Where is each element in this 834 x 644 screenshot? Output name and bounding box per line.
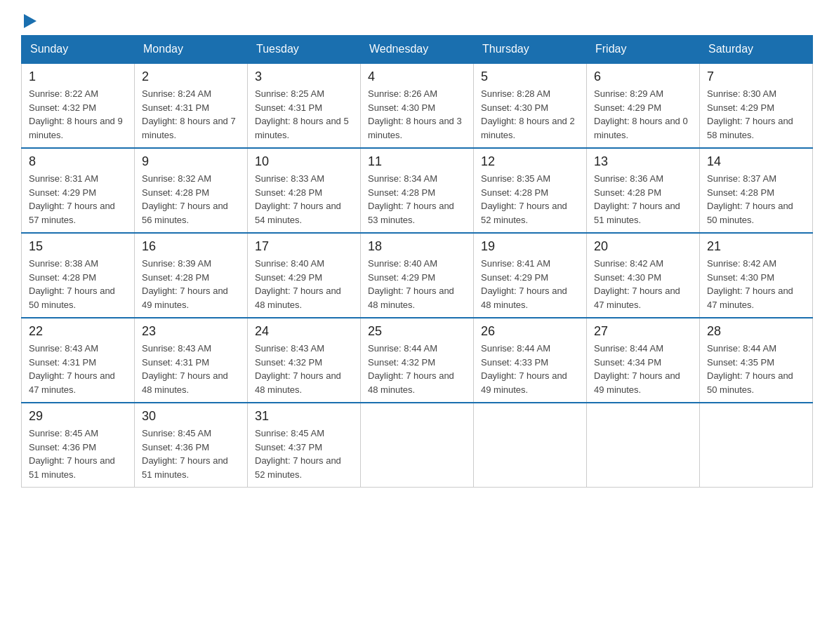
day-number: 18 — [368, 239, 466, 254]
day-info: Sunrise: 8:31 AMSunset: 4:29 PMDaylight:… — [29, 172, 127, 227]
day-info: Sunrise: 8:44 AMSunset: 4:33 PMDaylight:… — [481, 342, 579, 396]
calendar-day-cell: 23Sunrise: 8:43 AMSunset: 4:31 PMDayligh… — [135, 318, 248, 403]
day-number: 9 — [142, 154, 240, 169]
calendar-day-cell: 12Sunrise: 8:35 AMSunset: 4:28 PMDayligh… — [474, 148, 587, 233]
calendar-day-cell: 29Sunrise: 8:45 AMSunset: 4:36 PMDayligh… — [22, 403, 135, 488]
calendar-day-cell: 13Sunrise: 8:36 AMSunset: 4:28 PMDayligh… — [587, 148, 700, 233]
calendar-day-cell: 1Sunrise: 8:22 AMSunset: 4:32 PMDaylight… — [22, 63, 135, 148]
column-header-tuesday: Tuesday — [248, 36, 361, 64]
day-number: 31 — [255, 409, 353, 424]
day-number: 2 — [142, 69, 240, 84]
day-number: 12 — [481, 154, 579, 169]
day-number: 10 — [255, 154, 353, 169]
calendar-day-cell: 26Sunrise: 8:44 AMSunset: 4:33 PMDayligh… — [474, 318, 587, 403]
calendar-day-cell: 31Sunrise: 8:45 AMSunset: 4:37 PMDayligh… — [248, 403, 361, 488]
day-info: Sunrise: 8:39 AMSunset: 4:28 PMDaylight:… — [142, 257, 240, 311]
calendar-day-cell: 25Sunrise: 8:44 AMSunset: 4:32 PMDayligh… — [361, 318, 474, 403]
calendar-week-row: 1Sunrise: 8:22 AMSunset: 4:32 PMDaylight… — [22, 63, 813, 148]
calendar-day-cell: 5Sunrise: 8:28 AMSunset: 4:30 PMDaylight… — [474, 63, 587, 148]
calendar-week-row: 29Sunrise: 8:45 AMSunset: 4:36 PMDayligh… — [22, 403, 813, 488]
calendar-day-cell: 14Sunrise: 8:37 AMSunset: 4:28 PMDayligh… — [700, 148, 813, 233]
day-number: 4 — [368, 69, 466, 84]
day-info: Sunrise: 8:42 AMSunset: 4:30 PMDaylight:… — [594, 257, 692, 311]
calendar-day-cell: 7Sunrise: 8:30 AMSunset: 4:29 PMDaylight… — [700, 63, 813, 148]
day-info: Sunrise: 8:41 AMSunset: 4:29 PMDaylight:… — [481, 257, 579, 311]
day-info: Sunrise: 8:35 AMSunset: 4:28 PMDaylight:… — [481, 172, 579, 227]
day-number: 7 — [707, 69, 805, 84]
day-info: Sunrise: 8:44 AMSunset: 4:34 PMDaylight:… — [594, 342, 692, 396]
day-info: Sunrise: 8:44 AMSunset: 4:35 PMDaylight:… — [707, 342, 805, 396]
logo — [21, 14, 37, 28]
calendar-day-cell: 30Sunrise: 8:45 AMSunset: 4:36 PMDayligh… — [135, 403, 248, 488]
day-number: 1 — [29, 69, 127, 84]
calendar-day-cell: 28Sunrise: 8:44 AMSunset: 4:35 PMDayligh… — [700, 318, 813, 403]
calendar-day-cell: 17Sunrise: 8:40 AMSunset: 4:29 PMDayligh… — [248, 233, 361, 318]
column-header-friday: Friday — [587, 36, 700, 64]
calendar-day-cell — [700, 403, 813, 488]
day-info: Sunrise: 8:43 AMSunset: 4:31 PMDaylight:… — [29, 342, 127, 396]
day-info: Sunrise: 8:44 AMSunset: 4:32 PMDaylight:… — [368, 342, 466, 396]
day-number: 30 — [142, 409, 240, 424]
calendar-day-cell: 16Sunrise: 8:39 AMSunset: 4:28 PMDayligh… — [135, 233, 248, 318]
column-header-thursday: Thursday — [474, 36, 587, 64]
day-number: 14 — [707, 154, 805, 169]
day-info: Sunrise: 8:37 AMSunset: 4:28 PMDaylight:… — [707, 172, 805, 227]
day-info: Sunrise: 8:45 AMSunset: 4:37 PMDaylight:… — [255, 427, 353, 481]
day-number: 5 — [481, 69, 579, 84]
day-number: 11 — [368, 154, 466, 169]
day-number: 15 — [29, 239, 127, 254]
day-info: Sunrise: 8:28 AMSunset: 4:30 PMDaylight:… — [481, 87, 579, 142]
calendar-day-cell: 11Sunrise: 8:34 AMSunset: 4:28 PMDayligh… — [361, 148, 474, 233]
calendar-day-cell: 21Sunrise: 8:42 AMSunset: 4:30 PMDayligh… — [700, 233, 813, 318]
day-number: 6 — [594, 69, 692, 84]
column-header-sunday: Sunday — [22, 36, 135, 64]
calendar-day-cell: 15Sunrise: 8:38 AMSunset: 4:28 PMDayligh… — [22, 233, 135, 318]
day-info: Sunrise: 8:25 AMSunset: 4:31 PMDaylight:… — [255, 87, 353, 142]
day-info: Sunrise: 8:45 AMSunset: 4:36 PMDaylight:… — [29, 427, 127, 481]
day-info: Sunrise: 8:45 AMSunset: 4:36 PMDaylight:… — [142, 427, 240, 481]
calendar-day-cell — [361, 403, 474, 488]
calendar-week-row: 15Sunrise: 8:38 AMSunset: 4:28 PMDayligh… — [22, 233, 813, 318]
day-number: 22 — [29, 324, 127, 339]
page-header — [21, 14, 813, 28]
calendar-week-row: 22Sunrise: 8:43 AMSunset: 4:31 PMDayligh… — [22, 318, 813, 403]
day-number: 13 — [594, 154, 692, 169]
calendar-day-cell: 2Sunrise: 8:24 AMSunset: 4:31 PMDaylight… — [135, 63, 248, 148]
calendar-day-cell: 8Sunrise: 8:31 AMSunset: 4:29 PMDaylight… — [22, 148, 135, 233]
day-number: 27 — [594, 324, 692, 339]
calendar-day-cell — [474, 403, 587, 488]
day-info: Sunrise: 8:34 AMSunset: 4:28 PMDaylight:… — [368, 172, 466, 227]
calendar-day-cell: 20Sunrise: 8:42 AMSunset: 4:30 PMDayligh… — [587, 233, 700, 318]
calendar-table: SundayMondayTuesdayWednesdayThursdayFrid… — [21, 35, 813, 488]
day-info: Sunrise: 8:40 AMSunset: 4:29 PMDaylight:… — [255, 257, 353, 311]
day-number: 3 — [255, 69, 353, 84]
day-info: Sunrise: 8:32 AMSunset: 4:28 PMDaylight:… — [142, 172, 240, 227]
calendar-day-cell: 10Sunrise: 8:33 AMSunset: 4:28 PMDayligh… — [248, 148, 361, 233]
day-info: Sunrise: 8:42 AMSunset: 4:30 PMDaylight:… — [707, 257, 805, 311]
day-info: Sunrise: 8:40 AMSunset: 4:29 PMDaylight:… — [368, 257, 466, 311]
calendar-day-cell: 3Sunrise: 8:25 AMSunset: 4:31 PMDaylight… — [248, 63, 361, 148]
day-number: 26 — [481, 324, 579, 339]
day-number: 28 — [707, 324, 805, 339]
column-header-saturday: Saturday — [700, 36, 813, 64]
day-info: Sunrise: 8:26 AMSunset: 4:30 PMDaylight:… — [368, 87, 466, 142]
day-number: 25 — [368, 324, 466, 339]
calendar-day-cell: 22Sunrise: 8:43 AMSunset: 4:31 PMDayligh… — [22, 318, 135, 403]
day-number: 16 — [142, 239, 240, 254]
calendar-day-cell: 19Sunrise: 8:41 AMSunset: 4:29 PMDayligh… — [474, 233, 587, 318]
day-number: 8 — [29, 154, 127, 169]
day-number: 20 — [594, 239, 692, 254]
day-number: 29 — [29, 409, 127, 424]
calendar-week-row: 8Sunrise: 8:31 AMSunset: 4:29 PMDaylight… — [22, 148, 813, 233]
day-number: 17 — [255, 239, 353, 254]
day-number: 23 — [142, 324, 240, 339]
calendar-day-cell: 27Sunrise: 8:44 AMSunset: 4:34 PMDayligh… — [587, 318, 700, 403]
calendar-day-cell — [587, 403, 700, 488]
day-info: Sunrise: 8:22 AMSunset: 4:32 PMDaylight:… — [29, 87, 127, 142]
calendar-day-cell: 6Sunrise: 8:29 AMSunset: 4:29 PMDaylight… — [587, 63, 700, 148]
day-number: 21 — [707, 239, 805, 254]
calendar-day-cell: 18Sunrise: 8:40 AMSunset: 4:29 PMDayligh… — [361, 233, 474, 318]
day-info: Sunrise: 8:43 AMSunset: 4:31 PMDaylight:… — [142, 342, 240, 396]
calendar-header-row: SundayMondayTuesdayWednesdayThursdayFrid… — [22, 36, 813, 64]
column-header-wednesday: Wednesday — [361, 36, 474, 64]
